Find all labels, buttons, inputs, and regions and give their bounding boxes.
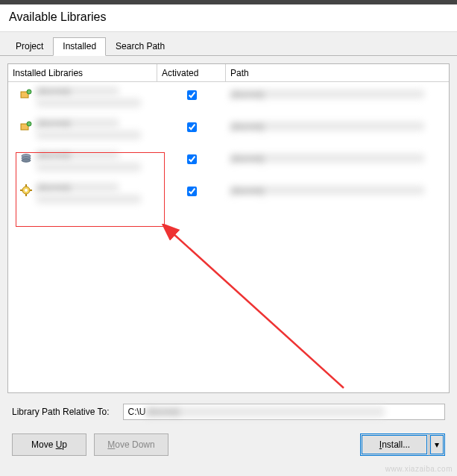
stack-icon bbox=[20, 152, 32, 164]
activated-checkbox[interactable] bbox=[187, 122, 197, 132]
svg-rect-11 bbox=[20, 190, 22, 191]
library-path: (blurred) bbox=[230, 186, 424, 195]
gear-icon bbox=[20, 184, 32, 196]
column-header-activated[interactable]: Activated bbox=[157, 64, 226, 81]
tabs-row: Project Installed Search Path bbox=[0, 35, 457, 56]
library-path: (blurred) bbox=[230, 154, 424, 163]
activated-checkbox[interactable] bbox=[187, 154, 197, 164]
annotation-arrow-icon bbox=[157, 224, 351, 395]
svg-point-8 bbox=[25, 189, 28, 192]
library-subtitle bbox=[37, 163, 141, 172]
svg-rect-12 bbox=[30, 190, 32, 191]
content-area: Installed Libraries Activated Path (blur… bbox=[0, 56, 457, 393]
activated-checkbox[interactable] bbox=[187, 187, 197, 196]
list-header: Installed Libraries Activated Path bbox=[8, 64, 449, 82]
library-name: (blurred) bbox=[37, 183, 119, 192]
library-path-input[interactable]: C:\U(blurred) bbox=[123, 404, 445, 420]
tab-search-path[interactable]: Search Path bbox=[106, 37, 174, 56]
install-split-button: Install... ▾ bbox=[360, 433, 445, 456]
library-name: (blurred) bbox=[37, 151, 119, 160]
tab-installed[interactable]: Installed bbox=[53, 37, 106, 56]
library-name: (blurred) bbox=[37, 119, 119, 128]
libraries-list: Installed Libraries Activated Path (blur… bbox=[7, 63, 450, 393]
install-dropdown-button[interactable]: ▾ bbox=[429, 433, 445, 456]
install-button[interactable]: Install... bbox=[360, 433, 429, 456]
library-subtitle bbox=[37, 98, 141, 107]
window-title: Available Libraries bbox=[0, 4, 457, 32]
column-header-libraries[interactable]: Installed Libraries bbox=[8, 64, 157, 81]
library-path: (blurred) bbox=[230, 122, 424, 131]
svg-point-1 bbox=[27, 90, 31, 94]
library-row[interactable]: (blurred) (blurred) bbox=[8, 82, 449, 114]
bottom-area: Library Path Relative To: C:\U(blurred) … bbox=[0, 393, 457, 466]
svg-rect-10 bbox=[25, 194, 27, 196]
library-path-prefix: C:\U bbox=[128, 407, 146, 417]
library-subtitle bbox=[37, 131, 141, 140]
package-icon bbox=[20, 120, 32, 132]
library-path-label: Library Path Relative To: bbox=[12, 407, 110, 417]
svg-point-3 bbox=[27, 122, 31, 126]
package-icon bbox=[20, 88, 32, 100]
list-body: (blurred) (blurred) (blurred) bbox=[8, 82, 449, 210]
library-row[interactable]: (blurred) (blurred) bbox=[8, 146, 449, 178]
svg-point-6 bbox=[22, 159, 31, 162]
activated-checkbox[interactable] bbox=[187, 90, 197, 100]
tab-project[interactable]: Project bbox=[6, 37, 53, 56]
library-subtitle bbox=[37, 195, 141, 204]
library-row[interactable]: (blurred) (blurred) bbox=[8, 114, 449, 146]
svg-rect-9 bbox=[25, 184, 27, 187]
library-row[interactable]: (blurred) (blurred) bbox=[8, 178, 449, 210]
library-path-rest: (blurred) bbox=[146, 407, 385, 417]
move-up-button[interactable]: Move Up bbox=[12, 433, 86, 456]
library-path: (blurred) bbox=[230, 90, 424, 98]
svg-line-13 bbox=[172, 233, 344, 388]
library-path-row: Library Path Relative To: C:\U(blurred) bbox=[12, 393, 445, 426]
library-name: (blurred) bbox=[37, 87, 119, 95]
button-row: Move Up Move Down Install... ▾ bbox=[12, 426, 445, 466]
watermark: www.xiazaiba.com bbox=[385, 465, 453, 473]
move-down-button[interactable]: Move Down bbox=[94, 433, 168, 456]
column-header-path[interactable]: Path bbox=[226, 64, 449, 81]
